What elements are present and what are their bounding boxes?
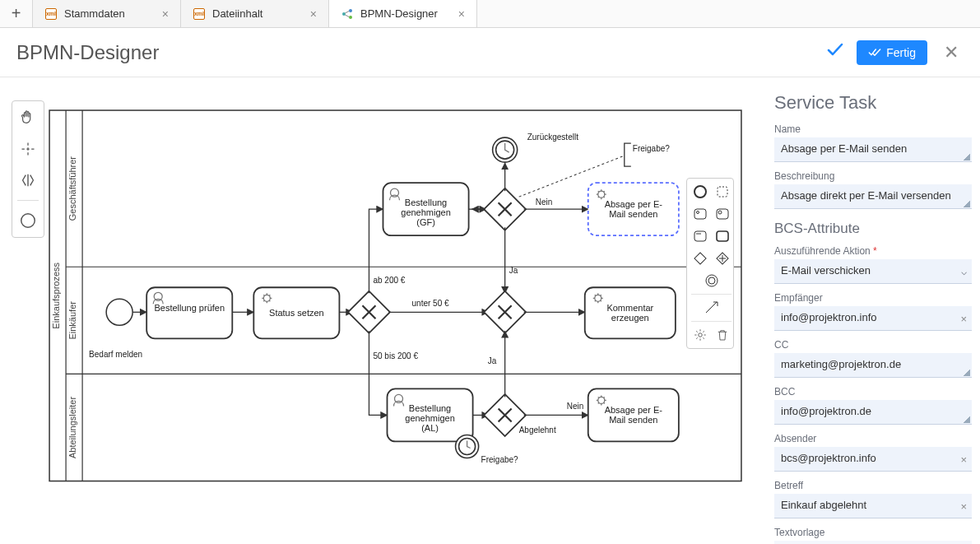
gateway-gf-decision[interactable]: [484, 188, 526, 230]
close-editor-button[interactable]: ✕: [939, 42, 964, 63]
field-label: Betreff: [774, 480, 972, 491]
empfaenger-input[interactable]: info@projektron.info: [774, 306, 972, 331]
svg-text:Abteilungsleiter: Abteilungsleiter: [67, 397, 77, 459]
tab-stammdaten[interactable]: xml Stammdaten ×: [33, 0, 181, 27]
svg-point-69: [708, 277, 715, 284]
clear-icon[interactable]: ×: [960, 453, 967, 466]
ctx-trash-icon[interactable]: [713, 326, 732, 344]
xml-icon: xml: [44, 7, 58, 21]
tab-dateiinhalt[interactable]: xml Dateiinhalt ×: [181, 0, 329, 27]
svg-rect-62: [717, 209, 728, 219]
editor-header: BPMN-Designer Fertig ✕: [0, 28, 980, 77]
ctx-task-icon[interactable]: [713, 227, 732, 245]
tab-bar: + xml Stammdaten × xml Dateiinhalt × BPM…: [0, 0, 980, 28]
gateway-amount[interactable]: [348, 291, 390, 333]
double-check-icon: [868, 46, 881, 59]
svg-point-12: [106, 299, 132, 325]
svg-rect-66: [694, 253, 706, 264]
ctx-service-task-icon[interactable]: [713, 205, 732, 223]
ctx-gateway-parallel-icon[interactable]: [713, 249, 732, 267]
panel-heading: Service Task: [774, 92, 972, 114]
task-status-setzen[interactable]: Status setzen: [253, 287, 339, 338]
field-label: Absender: [774, 433, 972, 444]
field-textvorlage: Textvorlage mail_einkauf_absage: [774, 527, 972, 544]
fertig-label: Fertig: [886, 46, 916, 59]
task-kommentar[interactable]: Kommentarerzeugen Kommentar erzeugen: [585, 287, 676, 338]
resize-handle-icon[interactable]: [964, 154, 970, 160]
field-beschreibung: Beschreibung Absage direkt per E-Mail ve…: [774, 170, 972, 209]
ctx-user-task-icon[interactable]: [691, 205, 709, 223]
property-panel: Service Task Name Absage per E-Mail send…: [766, 77, 980, 544]
field-label: CC: [774, 339, 972, 351]
resize-handle-icon[interactable]: [964, 370, 970, 376]
apply-check-button[interactable]: [825, 40, 845, 65]
svg-text:Ja: Ja: [509, 266, 518, 275]
svg-text:Abgelehnt: Abgelehnt: [519, 425, 556, 435]
context-pad: [686, 178, 734, 349]
betreff-input[interactable]: Einkauf abgelehnt: [774, 494, 972, 518]
svg-rect-59: [718, 187, 727, 197]
textvorlage-input[interactable]: mail_einkauf_absage: [774, 541, 972, 544]
task-absage-2[interactable]: Absage per E-Mail senden Absage per E-Ma…: [588, 388, 679, 441]
ctx-intermediate-event-icon[interactable]: [713, 183, 732, 201]
svg-text:Zurückgestellt: Zurückgestellt: [527, 133, 578, 142]
svg-point-61: [697, 212, 699, 214]
ctx-end-event-icon[interactable]: [691, 183, 709, 201]
start-event[interactable]: [106, 299, 132, 325]
cc-input[interactable]: marketing@projektron.de: [774, 353, 972, 378]
timer-event-gf[interactable]: [493, 137, 518, 162]
ctx-receive-task-icon[interactable]: [691, 227, 709, 245]
absender-input[interactable]: bcs@projektron.info: [774, 447, 972, 472]
field-name: Name Absage per E-Mail senden: [774, 123, 972, 162]
svg-text:Ja: Ja: [488, 356, 497, 365]
timer-event-al[interactable]: [456, 435, 479, 458]
tab-label: Dateiinhalt: [212, 7, 262, 20]
field-label: Textvorlage: [774, 527, 972, 538]
resize-handle-icon[interactable]: [964, 416, 970, 423]
field-label: Beschreibung: [774, 170, 972, 182]
svg-text:Absage per E-Mail senden: Absage per E-Mail senden: [605, 199, 663, 219]
flow-label-bedarf: Bedarf melden: [89, 350, 142, 359]
bcc-input[interactable]: info@projektron.de: [774, 400, 972, 425]
svg-text:unter 50 €: unter 50 €: [412, 299, 449, 308]
task-genehmigen-al[interactable]: Bestellunggenehmigen(AL) Bestellung gene…: [387, 388, 472, 441]
ctx-gateway-icon[interactable]: [691, 249, 709, 267]
svg-text:Bestellung prüfen: Bestellung prüfen: [154, 303, 225, 313]
task-bestellung-pruefen[interactable]: Bestellung prüfen: [146, 287, 232, 338]
page-title: BPMN-Designer: [16, 41, 825, 64]
name-input[interactable]: Absage per E-Mail senden: [774, 137, 972, 162]
svg-point-63: [718, 211, 722, 214]
xml-icon: xml: [193, 7, 206, 21]
svg-rect-64: [694, 231, 706, 241]
beschreibung-input[interactable]: Absage direkt per E-Mail versenden: [774, 184, 972, 209]
ctx-connect-icon[interactable]: [703, 299, 721, 317]
svg-text:Absage per E-Mail senden: Absage per E-Mail senden: [605, 405, 663, 425]
close-icon[interactable]: ×: [162, 7, 169, 21]
new-tab-button[interactable]: +: [0, 0, 33, 27]
tab-label: BPMN-Designer: [360, 7, 438, 20]
svg-text:Kommentarerzeugen: Kommentarerzeugen: [606, 303, 653, 323]
ctx-boundary-event-icon[interactable]: [703, 272, 721, 290]
task-genehmigen-gf[interactable]: Bestellunggenehmigen(GF) Bestellung gene…: [383, 183, 468, 235]
bpmn-svg: Einkaufsprozess Geschäftsführer Einkäufe…: [0, 77, 766, 539]
svg-text:Freigabe?: Freigabe?: [633, 144, 670, 153]
task-absage-1[interactable]: Absage per E-Mail senden Absage per E-Ma…: [588, 183, 679, 235]
tab-bpmn-designer[interactable]: BPMN-Designer ×: [329, 0, 477, 27]
clear-icon[interactable]: ×: [960, 500, 967, 513]
resize-handle-icon[interactable]: [964, 201, 970, 207]
bpmn-icon: [341, 7, 354, 21]
gateway-merge[interactable]: [484, 291, 526, 333]
svg-point-58: [694, 186, 706, 198]
svg-point-68: [706, 275, 718, 286]
ctx-wrench-icon[interactable]: [691, 326, 709, 344]
svg-text:50 bis 200 €: 50 bis 200 €: [373, 351, 418, 360]
aktion-select[interactable]: E-Mail verschicken: [774, 259, 972, 284]
svg-rect-65: [717, 231, 728, 241]
diagram-canvas[interactable]: Einkaufsprozess Geschäftsführer Einkäufe…: [0, 77, 766, 544]
svg-text:Einkäufer: Einkäufer: [67, 301, 77, 340]
close-icon[interactable]: ×: [458, 7, 465, 21]
close-icon[interactable]: ×: [310, 7, 317, 21]
fertig-button[interactable]: Fertig: [857, 40, 927, 65]
clear-icon[interactable]: ×: [960, 313, 967, 325]
pool-label: Einkaufsprozess: [51, 262, 61, 328]
